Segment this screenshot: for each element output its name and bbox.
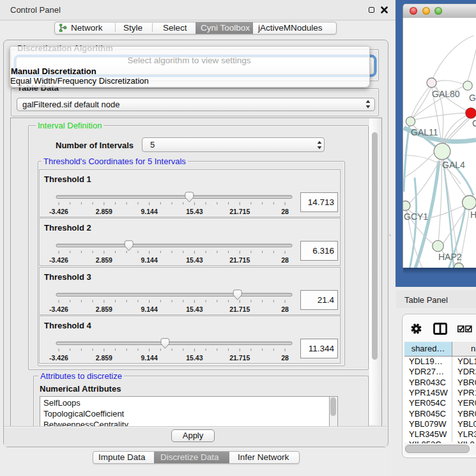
svg-text:GAL4: GAL4 xyxy=(442,160,465,170)
svg-text:GA: GA xyxy=(469,93,476,103)
svg-text:HAP2: HAP2 xyxy=(438,252,462,262)
svg-text:GAL11: GAL11 xyxy=(411,127,438,137)
svg-text:GCY1: GCY1 xyxy=(404,211,428,222)
svg-text:H: H xyxy=(470,210,476,220)
svg-text:C: C xyxy=(472,118,476,128)
svg-text:GAL80: GAL80 xyxy=(432,89,460,99)
